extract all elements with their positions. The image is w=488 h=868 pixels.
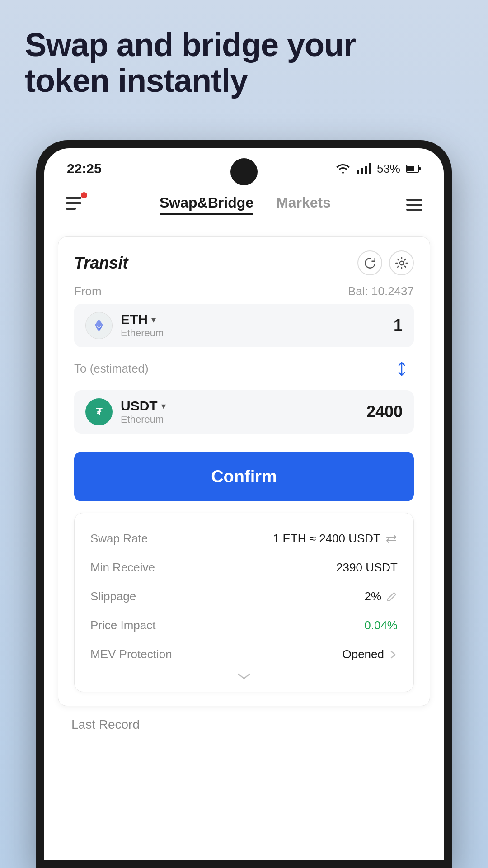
min-receive-value: 2390 USDT xyxy=(336,561,398,575)
svg-rect-3 xyxy=(66,197,81,199)
battery-percent: 53% xyxy=(377,162,400,176)
from-token-selector[interactable]: ETH ▾ Ethereum 1 xyxy=(74,304,414,347)
transit-logo: Transit xyxy=(74,254,128,273)
chevron-down-icon xyxy=(236,671,252,680)
battery-icon xyxy=(406,164,421,173)
gear-icon xyxy=(395,256,408,270)
swap-rate-text: 1 ETH ≈ 2400 USDT xyxy=(273,532,380,546)
swap-details-card: Swap Rate 1 ETH ≈ 2400 USDT Min Receive … xyxy=(74,513,414,692)
wifi-icon xyxy=(335,163,351,175)
chevron-right-icon xyxy=(389,649,398,660)
to-token-network: Ethereum xyxy=(121,414,166,425)
notification-dot xyxy=(81,192,87,198)
mev-label: MEV Protection xyxy=(90,647,172,661)
balance-label: Bal: 10.2437 xyxy=(348,284,414,298)
refresh-button[interactable] xyxy=(357,250,382,275)
headline: Swap and bridge your token instantly xyxy=(25,27,463,99)
collapse-arrow[interactable] xyxy=(90,669,398,680)
from-token-dropdown-icon: ▾ xyxy=(151,314,156,325)
transit-header: Transit xyxy=(74,250,414,275)
to-token-name: USDT xyxy=(121,398,158,414)
transit-card: Transit xyxy=(58,236,430,706)
from-section-labels: From Bal: 10.2437 xyxy=(74,284,414,298)
price-impact-row: Price Impact 0.04% xyxy=(90,611,398,640)
price-impact-label: Price Impact xyxy=(90,618,156,632)
page-background: Swap and bridge your token instantly 22:… xyxy=(0,0,488,868)
refresh-icon xyxy=(363,256,377,270)
price-impact-value: 0.04% xyxy=(364,618,398,632)
from-label: From xyxy=(74,284,102,298)
from-token-amount[interactable]: 1 xyxy=(394,316,403,335)
mev-value-text: Opened xyxy=(342,647,384,661)
to-label: To (estimated) xyxy=(74,362,149,376)
slippage-value: 2% xyxy=(364,590,398,604)
to-token-dropdown-icon: ▾ xyxy=(161,401,166,411)
swap-direction-button[interactable] xyxy=(389,356,414,381)
from-token-network: Ethereum xyxy=(121,327,164,339)
swap-rate-label: Swap Rate xyxy=(90,532,148,546)
svg-text:₮: ₮ xyxy=(96,406,103,418)
svg-rect-4 xyxy=(66,202,81,204)
tab-markets[interactable]: Markets xyxy=(276,194,331,215)
confirm-button[interactable]: Confirm xyxy=(74,452,414,501)
transit-actions xyxy=(357,250,414,275)
phone-screen: 22:25 53% xyxy=(44,148,444,860)
svg-point-6 xyxy=(399,261,404,265)
menu-button[interactable] xyxy=(403,199,426,211)
swap-direction-row: To (estimated) xyxy=(74,356,414,381)
settings-button[interactable] xyxy=(389,250,414,275)
camera-notch xyxy=(230,158,258,185)
from-token-info: ETH ▾ Ethereum xyxy=(121,312,164,339)
headline-line1: Swap and bridge your xyxy=(25,27,356,63)
to-token-info: USDT ▾ Ethereum xyxy=(121,398,166,425)
signal-bars-icon xyxy=(357,163,371,174)
usdt-token-icon: ₮ xyxy=(85,398,113,425)
tab-swap-bridge[interactable]: Swap&Bridge xyxy=(160,194,253,215)
eth-icon-svg xyxy=(89,316,109,335)
to-token-selector[interactable]: ₮ USDT ▾ Ethereum 2400 xyxy=(74,390,414,434)
notification-icon-wrapper[interactable] xyxy=(62,192,87,217)
main-content: Transit xyxy=(44,225,444,748)
slippage-row[interactable]: Slippage 2% xyxy=(90,582,398,611)
mev-protection-row[interactable]: MEV Protection Opened xyxy=(90,640,398,669)
min-receive-label: Min Receive xyxy=(90,561,155,575)
to-token-amount: 2400 xyxy=(366,402,403,421)
swap-arrows-icon xyxy=(391,358,413,380)
eth-token-icon xyxy=(85,312,113,339)
last-record-row: Last Record xyxy=(58,706,430,736)
swap-rate-row: Swap Rate 1 ETH ≈ 2400 USDT xyxy=(90,524,398,553)
mev-value: Opened xyxy=(342,647,398,661)
svg-rect-1 xyxy=(419,167,421,170)
usdt-icon-svg: ₮ xyxy=(89,402,109,422)
status-icons: 53% xyxy=(335,162,421,176)
slippage-label: Slippage xyxy=(90,590,136,604)
phone-frame: 22:25 53% xyxy=(36,140,452,868)
last-record-label: Last Record xyxy=(71,717,140,732)
from-token-name: ETH xyxy=(121,312,148,327)
svg-rect-2 xyxy=(407,166,414,171)
swap-icon xyxy=(385,533,398,544)
nav-bar: Swap&Bridge Markets xyxy=(44,184,444,225)
headline-line2: token instantly xyxy=(25,62,248,99)
slippage-text: 2% xyxy=(364,590,381,604)
edit-icon xyxy=(386,591,398,603)
status-time: 22:25 xyxy=(67,161,102,176)
min-receive-row: Min Receive 2390 USDT xyxy=(90,553,398,582)
svg-rect-5 xyxy=(66,208,76,210)
swap-rate-value: 1 ETH ≈ 2400 USDT xyxy=(273,532,398,546)
nav-tabs: Swap&Bridge Markets xyxy=(87,194,403,215)
